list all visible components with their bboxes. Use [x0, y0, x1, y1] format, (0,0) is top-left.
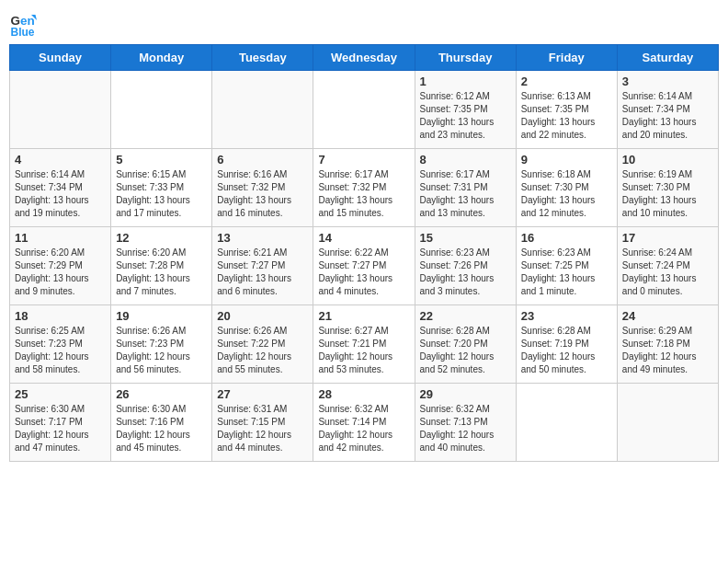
day-info: Sunrise: 6:23 AM Sunset: 7:25 PM Dayligh…: [521, 247, 612, 298]
calendar-week-3: 11Sunrise: 6:20 AM Sunset: 7:29 PM Dayli…: [10, 227, 719, 305]
calendar-week-2: 4Sunrise: 6:14 AM Sunset: 7:34 PM Daylig…: [10, 149, 719, 227]
calendar-cell: [313, 71, 415, 149]
day-number: 23: [521, 309, 612, 323]
calendar-cell: 6Sunrise: 6:16 AM Sunset: 7:32 PM Daylig…: [212, 149, 313, 227]
header-tuesday: Tuesday: [212, 45, 313, 71]
day-info: Sunrise: 6:20 AM Sunset: 7:28 PM Dayligh…: [116, 247, 207, 298]
calendar-cell: 24Sunrise: 6:29 AM Sunset: 7:18 PM Dayli…: [617, 305, 718, 384]
calendar-cell: 17Sunrise: 6:24 AM Sunset: 7:24 PM Dayli…: [617, 227, 718, 305]
day-number: 28: [318, 387, 409, 401]
calendar-week-5: 25Sunrise: 6:30 AM Sunset: 7:17 PM Dayli…: [10, 384, 719, 462]
calendar-cell: 14Sunrise: 6:22 AM Sunset: 7:27 PM Dayli…: [313, 227, 415, 305]
calendar-cell: 2Sunrise: 6:13 AM Sunset: 7:35 PM Daylig…: [516, 71, 617, 149]
calendar-table: SundayMondayTuesdayWednesdayThursdayFrid…: [9, 44, 719, 462]
day-info: Sunrise: 6:29 AM Sunset: 7:18 PM Dayligh…: [622, 325, 713, 376]
header-saturday: Saturday: [617, 45, 718, 71]
day-info: Sunrise: 6:25 AM Sunset: 7:23 PM Dayligh…: [15, 325, 106, 376]
day-info: Sunrise: 6:18 AM Sunset: 7:30 PM Dayligh…: [521, 168, 612, 220]
day-info: Sunrise: 6:17 AM Sunset: 7:31 PM Dayligh…: [420, 168, 511, 220]
day-number: 22: [420, 309, 511, 323]
header-friday: Friday: [516, 45, 617, 71]
calendar-body: 1Sunrise: 6:12 AM Sunset: 7:35 PM Daylig…: [10, 71, 719, 462]
day-number: 29: [420, 387, 511, 401]
day-number: 1: [420, 75, 511, 88]
day-info: Sunrise: 6:15 AM Sunset: 7:33 PM Dayligh…: [116, 168, 207, 220]
calendar-cell: 15Sunrise: 6:23 AM Sunset: 7:26 PM Dayli…: [415, 227, 516, 305]
day-number: 5: [116, 153, 207, 167]
day-number: 12: [116, 231, 207, 245]
calendar-cell: 1Sunrise: 6:12 AM Sunset: 7:35 PM Daylig…: [415, 71, 516, 149]
calendar-header-row: SundayMondayTuesdayWednesdayThursdayFrid…: [10, 45, 719, 71]
day-number: 13: [217, 231, 308, 245]
day-number: 10: [622, 153, 713, 167]
page-header: G en Blue: [9, 9, 719, 37]
day-info: Sunrise: 6:26 AM Sunset: 7:22 PM Dayligh…: [217, 325, 308, 376]
day-info: Sunrise: 6:30 AM Sunset: 7:17 PM Dayligh…: [15, 403, 106, 454]
day-number: 25: [15, 387, 106, 401]
day-number: 14: [318, 231, 409, 245]
day-info: Sunrise: 6:27 AM Sunset: 7:21 PM Dayligh…: [318, 325, 409, 376]
day-info: Sunrise: 6:17 AM Sunset: 7:32 PM Dayligh…: [318, 168, 409, 220]
calendar-cell: 20Sunrise: 6:26 AM Sunset: 7:22 PM Dayli…: [212, 305, 313, 384]
calendar-cell: 27Sunrise: 6:31 AM Sunset: 7:15 PM Dayli…: [212, 384, 313, 462]
day-info: Sunrise: 6:19 AM Sunset: 7:30 PM Dayligh…: [622, 168, 713, 220]
day-number: 16: [521, 231, 612, 245]
header-thursday: Thursday: [415, 45, 516, 71]
calendar-week-4: 18Sunrise: 6:25 AM Sunset: 7:23 PM Dayli…: [10, 305, 719, 384]
calendar-cell: 29Sunrise: 6:32 AM Sunset: 7:13 PM Dayli…: [415, 384, 516, 462]
logo-icon: G en Blue: [9, 9, 37, 37]
calendar-week-1: 1Sunrise: 6:12 AM Sunset: 7:35 PM Daylig…: [10, 71, 719, 149]
day-number: 26: [116, 387, 207, 401]
day-info: Sunrise: 6:32 AM Sunset: 7:14 PM Dayligh…: [318, 403, 409, 454]
day-number: 27: [217, 387, 308, 401]
calendar-cell: [212, 71, 313, 149]
calendar-cell: 21Sunrise: 6:27 AM Sunset: 7:21 PM Dayli…: [313, 305, 415, 384]
day-number: 6: [217, 153, 308, 167]
day-info: Sunrise: 6:12 AM Sunset: 7:35 PM Dayligh…: [420, 90, 511, 142]
calendar-cell: 13Sunrise: 6:21 AM Sunset: 7:27 PM Dayli…: [212, 227, 313, 305]
day-number: 9: [521, 153, 612, 167]
calendar-cell: 28Sunrise: 6:32 AM Sunset: 7:14 PM Dayli…: [313, 384, 415, 462]
calendar-cell: 26Sunrise: 6:30 AM Sunset: 7:16 PM Dayli…: [111, 384, 212, 462]
day-number: 17: [622, 231, 713, 245]
day-info: Sunrise: 6:31 AM Sunset: 7:15 PM Dayligh…: [217, 403, 308, 454]
day-info: Sunrise: 6:28 AM Sunset: 7:20 PM Dayligh…: [420, 325, 511, 376]
calendar-cell: 23Sunrise: 6:28 AM Sunset: 7:19 PM Dayli…: [516, 305, 617, 384]
day-number: 18: [15, 309, 106, 323]
day-number: 2: [521, 75, 612, 88]
calendar-cell: 16Sunrise: 6:23 AM Sunset: 7:25 PM Dayli…: [516, 227, 617, 305]
day-info: Sunrise: 6:26 AM Sunset: 7:23 PM Dayligh…: [116, 325, 207, 376]
day-info: Sunrise: 6:16 AM Sunset: 7:32 PM Dayligh…: [217, 168, 308, 220]
calendar-cell: 7Sunrise: 6:17 AM Sunset: 7:32 PM Daylig…: [313, 149, 415, 227]
day-info: Sunrise: 6:21 AM Sunset: 7:27 PM Dayligh…: [217, 247, 308, 298]
calendar-cell: [516, 384, 617, 462]
day-number: 21: [318, 309, 409, 323]
day-info: Sunrise: 6:24 AM Sunset: 7:24 PM Dayligh…: [622, 247, 713, 298]
day-info: Sunrise: 6:30 AM Sunset: 7:16 PM Dayligh…: [116, 403, 207, 454]
calendar-cell: [617, 384, 718, 462]
calendar-cell: 9Sunrise: 6:18 AM Sunset: 7:30 PM Daylig…: [516, 149, 617, 227]
day-number: 7: [318, 153, 409, 167]
header-monday: Monday: [111, 45, 212, 71]
day-info: Sunrise: 6:23 AM Sunset: 7:26 PM Dayligh…: [420, 247, 511, 298]
calendar-cell: 25Sunrise: 6:30 AM Sunset: 7:17 PM Dayli…: [10, 384, 111, 462]
calendar-cell: 4Sunrise: 6:14 AM Sunset: 7:34 PM Daylig…: [10, 149, 111, 227]
svg-text:Blue: Blue: [11, 26, 35, 38]
calendar-cell: 18Sunrise: 6:25 AM Sunset: 7:23 PM Dayli…: [10, 305, 111, 384]
header-wednesday: Wednesday: [313, 45, 415, 71]
calendar-cell: 5Sunrise: 6:15 AM Sunset: 7:33 PM Daylig…: [111, 149, 212, 227]
day-info: Sunrise: 6:28 AM Sunset: 7:19 PM Dayligh…: [521, 325, 612, 376]
calendar-cell: 8Sunrise: 6:17 AM Sunset: 7:31 PM Daylig…: [415, 149, 516, 227]
calendar-cell: 12Sunrise: 6:20 AM Sunset: 7:28 PM Dayli…: [111, 227, 212, 305]
day-info: Sunrise: 6:32 AM Sunset: 7:13 PM Dayligh…: [420, 403, 511, 454]
day-info: Sunrise: 6:13 AM Sunset: 7:35 PM Dayligh…: [521, 90, 612, 142]
calendar-cell: 3Sunrise: 6:14 AM Sunset: 7:34 PM Daylig…: [617, 71, 718, 149]
day-number: 8: [420, 153, 511, 167]
day-number: 11: [15, 231, 106, 245]
calendar-cell: 11Sunrise: 6:20 AM Sunset: 7:29 PM Dayli…: [10, 227, 111, 305]
day-info: Sunrise: 6:14 AM Sunset: 7:34 PM Dayligh…: [15, 168, 106, 220]
calendar-cell: [111, 71, 212, 149]
day-number: 15: [420, 231, 511, 245]
day-number: 24: [622, 309, 713, 323]
calendar-cell: [10, 71, 111, 149]
